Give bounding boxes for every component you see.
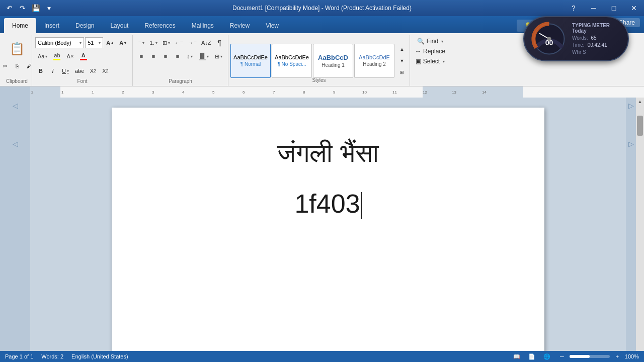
help-button[interactable]: ?	[564, 0, 584, 16]
multilevel-list-button[interactable]: ⊞▾	[160, 37, 172, 48]
svg-text:2: 2	[122, 90, 124, 95]
svg-text:12: 12	[423, 90, 427, 95]
collapse-arrow-right2[interactable]: ▷	[626, 140, 636, 148]
tab-mailings[interactable]: Mailings	[184, 18, 222, 33]
paste-button[interactable]: 📋	[7, 38, 28, 59]
word-count: Words: 2	[41, 353, 63, 359]
bullets-button[interactable]: ≡▾	[136, 37, 147, 48]
svg-text:3: 3	[152, 90, 154, 95]
svg-text:4: 4	[182, 90, 185, 95]
sort-button[interactable]: A↓Z	[200, 37, 213, 48]
zoom-in-button[interactable]: +	[612, 351, 623, 362]
italic-button[interactable]: I	[47, 65, 58, 76]
close-button[interactable]: ✕	[624, 0, 644, 16]
styles-expand[interactable]: ⊞	[396, 67, 408, 78]
font-section: Calibri (Body) ▾ 51 ▾ A▲ A▼ Aa▾ ab	[32, 35, 133, 86]
collapse-arrow-left[interactable]: ◁	[0, 102, 30, 110]
svg-text:8: 8	[303, 90, 305, 95]
align-left-button[interactable]: ≡	[136, 51, 147, 62]
underline-button[interactable]: U▾	[59, 65, 71, 76]
tab-home[interactable]: Home	[4, 18, 36, 33]
print-layout-button[interactable]: 📄	[526, 351, 537, 362]
paragraph-section: ≡▾ 1.▾ ⊞▾ ←≡ →≡ A↓Z ¶ ≡ ≡ ≡ ≡ ↕▾ ▓	[133, 35, 228, 86]
bold-button[interactable]: B	[35, 65, 46, 76]
replace-button[interactable]: ↔ Replace	[413, 47, 447, 55]
cut-button[interactable]: ✂	[0, 60, 11, 71]
font-style-row: B I U▾ abc X2 X2	[35, 65, 129, 76]
strikethrough-button[interactable]: abc	[72, 65, 87, 76]
collapse-arrow-right[interactable]: ▷	[626, 102, 636, 110]
superscript-button[interactable]: X2	[100, 65, 111, 76]
hindi-text: जंगली भैंसा	[152, 138, 504, 168]
qa-dropdown-button[interactable]: ▾	[43, 3, 54, 14]
align-right-button[interactable]: ≡	[160, 51, 171, 62]
vertical-scrollbar[interactable]: ▲ ▼	[636, 98, 644, 362]
speedometer-gauge: 00	[530, 20, 568, 58]
font-name-dropdown[interactable]: Calibri (Body) ▾	[35, 37, 84, 48]
web-layout-button[interactable]: 🌐	[541, 351, 552, 362]
ruler-left-margin	[0, 86, 30, 98]
document-scroll-area: ◁ ◁ जंगली भैंसा 1f403 ▷ ▷ ▲ ▼	[0, 98, 644, 362]
scroll-up-button[interactable]: ▲	[636, 98, 644, 106]
font-size-dropdown[interactable]: 51 ▾	[85, 37, 103, 48]
change-case-button[interactable]: Aa▾	[35, 51, 50, 62]
text-highlight-button[interactable]: ab	[51, 51, 63, 62]
align-center-button[interactable]: ≡	[148, 51, 159, 62]
view-controls: 📖 📄 🌐 ─ + 100%	[511, 351, 639, 362]
style-normal[interactable]: AaBbCcDdEe ¶ Normal	[230, 44, 271, 78]
maximize-button[interactable]: □	[604, 0, 624, 16]
document-page[interactable]: जंगली भैंसा 1f403	[112, 108, 544, 359]
scroll-thumb[interactable]	[637, 116, 643, 136]
svg-rect-6	[423, 86, 523, 98]
tab-design[interactable]: Design	[67, 18, 102, 33]
zoom-out-button[interactable]: ─	[556, 351, 568, 362]
clear-format-button[interactable]: A✕	[64, 51, 76, 62]
show-formatting-button[interactable]: ¶	[214, 37, 225, 48]
svg-text:11: 11	[392, 90, 397, 95]
styles-scroll-up[interactable]: ▲	[396, 44, 408, 55]
zoom-slider[interactable]	[570, 355, 610, 358]
copy-button[interactable]: ⎘	[12, 60, 23, 71]
decrease-indent-button[interactable]: ←≡	[173, 37, 185, 48]
read-mode-button[interactable]: 📖	[511, 351, 522, 362]
line-spacing-button[interactable]: ↕▾	[184, 51, 195, 62]
font-format-row: Aa▾ ab A✕ A	[35, 51, 129, 62]
zoom-control: ─ + 100%	[556, 351, 639, 362]
minimize-button[interactable]: ─	[584, 0, 604, 16]
redo-button[interactable]: ↷	[17, 3, 28, 14]
window-controls: ? ─ □ ✕	[564, 0, 644, 16]
style-heading1[interactable]: AaBbCcD Heading 1	[313, 44, 353, 78]
increase-indent-button[interactable]: →≡	[186, 37, 199, 48]
svg-text:1: 1	[61, 90, 64, 95]
tab-insert[interactable]: Insert	[36, 18, 67, 33]
styles-scroll-down[interactable]: ▼	[396, 55, 408, 66]
select-button[interactable]: ▣ Select ▾	[414, 57, 447, 65]
svg-text:00: 00	[545, 39, 553, 47]
increase-font-button[interactable]: A▲	[104, 37, 116, 48]
svg-text:13: 13	[452, 90, 456, 95]
tab-view[interactable]: View	[258, 18, 287, 33]
numbering-button[interactable]: 1.▾	[148, 37, 159, 48]
borders-button[interactable]: ⊞▾	[212, 51, 225, 62]
svg-text:6: 6	[243, 90, 245, 95]
svg-rect-5	[60, 86, 423, 98]
page-area[interactable]: जंगली भैंसा 1f403	[30, 98, 626, 362]
find-button[interactable]: 🔍 Find ▾	[415, 37, 445, 45]
quick-access-toolbar: ↶ ↷ 💾 ▾	[0, 0, 58, 16]
shading-button[interactable]: ▓ ▾	[196, 51, 211, 62]
tab-layout[interactable]: Layout	[102, 18, 136, 33]
save-button[interactable]: 💾	[30, 3, 41, 14]
styles-label: Styles	[312, 77, 326, 84]
text-color-button[interactable]: A	[77, 51, 90, 62]
svg-text:2: 2	[31, 90, 34, 95]
tab-review[interactable]: Review	[222, 18, 258, 33]
style-heading2[interactable]: AaBbCcDdE Heading 2	[354, 44, 394, 78]
style-no-spacing[interactable]: AaBbCcDdEe ¶ No Spaci...	[272, 44, 312, 78]
collapse-arrow-left2[interactable]: ◁	[0, 140, 30, 148]
undo-button[interactable]: ↶	[4, 3, 15, 14]
meter-info: TYPING METER Today Words: 65 Time: 00:42…	[572, 23, 622, 55]
justify-button[interactable]: ≡	[172, 51, 183, 62]
tab-references[interactable]: References	[136, 18, 183, 33]
decrease-font-button[interactable]: A▼	[117, 37, 129, 48]
subscript-button[interactable]: X2	[88, 65, 99, 76]
